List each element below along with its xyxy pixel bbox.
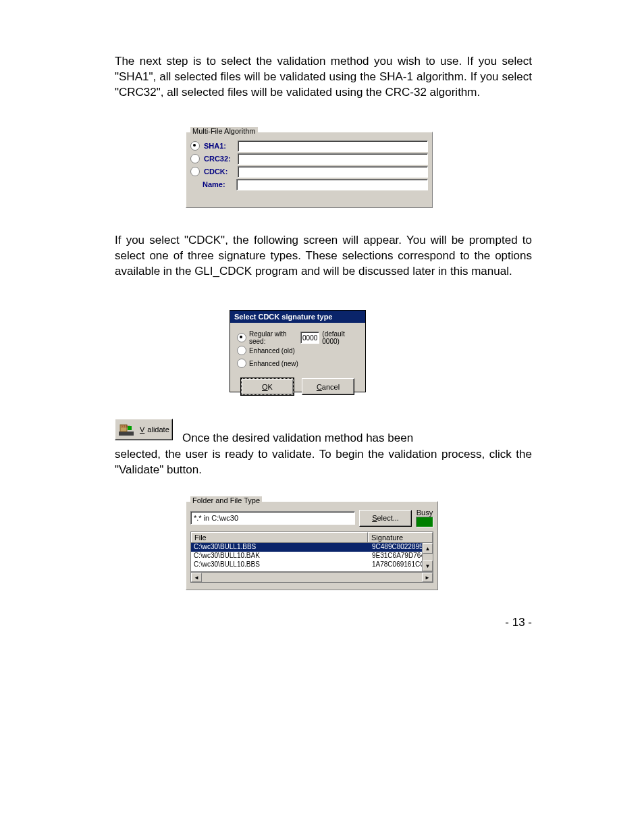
name-label: Name:	[203, 180, 235, 188]
paragraph-1: The next step is to select the validatio…	[115, 54, 532, 101]
cdck-radio[interactable]	[190, 167, 200, 176]
cdck-seed-input[interactable]: 0000	[300, 332, 319, 344]
busy-indicator: Busy	[416, 509, 433, 527]
select-button[interactable]: Select...	[359, 510, 412, 527]
validate-icon: 101001	[118, 422, 134, 437]
crc32-label: CRC32:	[204, 155, 236, 163]
sha1-radio[interactable]	[190, 141, 200, 151]
scroll-left-icon[interactable]: ◄	[191, 573, 202, 582]
page-number: - 13 -	[505, 616, 532, 629]
sha1-label: SHA1:	[204, 142, 236, 150]
paragraph-3a: Once the desired validation method has b…	[182, 431, 532, 446]
scroll-down-icon[interactable]: ▼	[423, 561, 433, 571]
cancel-button[interactable]: Cancel	[302, 378, 354, 395]
svg-rect-0	[119, 432, 134, 436]
scroll-up-icon[interactable]: ▲	[423, 543, 433, 554]
horizontal-scrollbar[interactable]: ◄ ►	[190, 572, 433, 583]
panel-legend: Multi-File Algorithm	[190, 127, 258, 135]
cdck-field[interactable]	[238, 166, 428, 178]
cdck-enhanced-new-label: Enhanced (new)	[249, 360, 298, 367]
crc32-radio[interactable]	[190, 154, 200, 163]
file-table: File Signature C:\wc30\BULL1.BBS9C489C80…	[190, 531, 433, 572]
table-row[interactable]: C:\wc30\BULL1.BBS9C489C8022895	[191, 543, 433, 552]
vertical-scrollbar[interactable]: ▲ ▼	[422, 543, 433, 571]
folder-path-input[interactable]: *.* in C:\wc30	[190, 511, 355, 525]
col-file-header[interactable]: File	[191, 532, 368, 542]
table-row[interactable]: C:\wc30\BULL10.BAK9E31C6A79D764	[191, 552, 433, 561]
folder-file-panel: Folder and File Type *.* in C:\wc30 Sele…	[186, 501, 438, 590]
cdck-enhanced-new-radio[interactable]	[237, 359, 246, 368]
cdck-label: CDCK:	[204, 167, 236, 176]
paragraph-2: If you select "CDCK", the following scre…	[115, 233, 532, 280]
multi-file-algorithm-panel: Multi-File Algorithm SHA1: CRC32: CDCK: …	[186, 132, 433, 208]
validate-button[interactable]: 101001 Validate	[115, 419, 173, 440]
folder-legend: Folder and File Type	[190, 496, 262, 504]
busy-icon	[416, 517, 433, 527]
scroll-right-icon[interactable]: ►	[422, 573, 433, 582]
table-row[interactable]: C:\wc30\BULL10.BBS1A78C069161CC	[191, 561, 433, 569]
name-field[interactable]	[236, 179, 428, 190]
cdck-seed-default: (default 0000)	[322, 330, 358, 345]
ok-button[interactable]: OK	[241, 378, 294, 395]
cdck-enhanced-old-label: Enhanced (old)	[249, 347, 295, 355]
col-signature-header[interactable]: Signature	[368, 532, 433, 542]
cdck-enhanced-old-radio[interactable]	[237, 346, 246, 355]
cdck-regular-label: Regular with seed:	[249, 330, 298, 345]
cdck-titlebar: Select CDCK signature type	[230, 311, 365, 323]
cdck-regular-radio[interactable]	[237, 333, 246, 342]
sha1-field[interactable]	[238, 140, 428, 152]
cdck-dialog: Select CDCK signature type Regular with …	[230, 310, 366, 392]
paragraph-3b: selected, the user is ready to validate.…	[115, 447, 532, 478]
crc32-field[interactable]	[238, 153, 428, 165]
